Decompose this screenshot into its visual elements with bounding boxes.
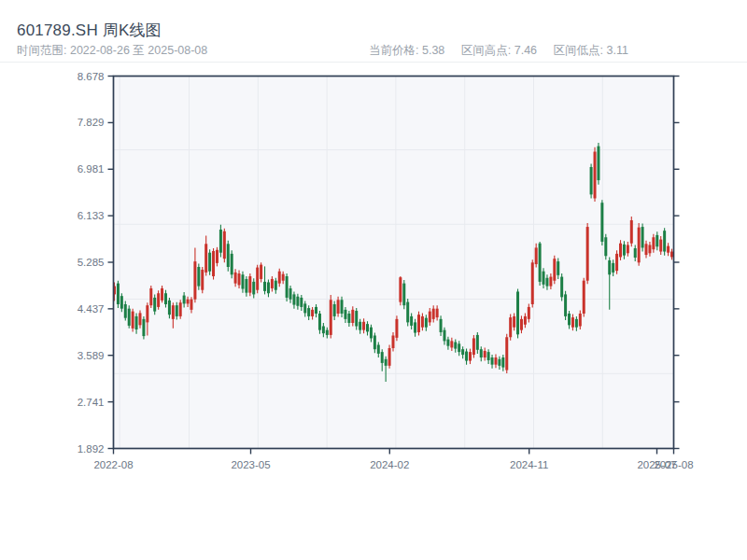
candle-body bbox=[197, 267, 200, 287]
candle-body bbox=[487, 352, 490, 360]
candle-body bbox=[351, 310, 354, 323]
candle-body bbox=[579, 314, 582, 327]
candle-body bbox=[531, 262, 534, 304]
candle-body bbox=[659, 240, 662, 252]
candle-body bbox=[146, 305, 148, 322]
candle-body bbox=[663, 231, 666, 251]
candle-body bbox=[216, 250, 218, 263]
candle-body bbox=[516, 291, 519, 334]
candle-body bbox=[149, 288, 152, 305]
candle-body bbox=[528, 307, 530, 319]
candle-body bbox=[124, 304, 127, 318]
candle-body bbox=[476, 335, 479, 350]
candle-body bbox=[183, 296, 186, 304]
candle-body bbox=[402, 284, 405, 306]
candle-body bbox=[630, 220, 633, 244]
candle-body bbox=[286, 276, 289, 298]
candle-body bbox=[120, 296, 123, 309]
candle-body bbox=[458, 343, 460, 352]
candle-body bbox=[231, 254, 233, 274]
candle-body bbox=[337, 300, 340, 314]
candle-body bbox=[385, 359, 388, 366]
candle-body bbox=[638, 228, 641, 263]
candle-body bbox=[472, 338, 475, 355]
y-tick-label: 6.133 bbox=[78, 210, 105, 221]
candle-body bbox=[395, 319, 398, 338]
y-tick-label: 2.741 bbox=[78, 397, 105, 408]
candle-body bbox=[465, 352, 468, 361]
candle-body bbox=[248, 276, 251, 293]
x-tick-label: 2023-05 bbox=[231, 459, 270, 470]
candle-body bbox=[440, 319, 443, 332]
candle-body bbox=[615, 254, 618, 271]
x-tick-label: 2022-08 bbox=[93, 459, 133, 470]
candle-body bbox=[425, 318, 428, 328]
candle-body bbox=[583, 281, 585, 314]
candle-body bbox=[446, 340, 449, 346]
y-tick-label: 4.437 bbox=[78, 303, 105, 315]
candle-body bbox=[539, 244, 542, 282]
candle-body bbox=[362, 322, 365, 330]
candle-body bbox=[374, 335, 376, 349]
y-tick-label: 1.892 bbox=[78, 443, 105, 455]
candle-body bbox=[414, 322, 416, 332]
candle-body bbox=[586, 227, 589, 281]
x-tick-label: 2024-02 bbox=[370, 459, 409, 470]
candle-body bbox=[505, 337, 508, 370]
candle-body bbox=[263, 282, 266, 291]
y-tick-label: 8.678 bbox=[78, 71, 105, 82]
candle-body bbox=[410, 316, 413, 326]
candle-body bbox=[190, 300, 192, 310]
candle-body bbox=[138, 313, 141, 325]
candle-body bbox=[535, 247, 538, 264]
candle-body bbox=[381, 352, 384, 363]
candle-body bbox=[560, 277, 563, 298]
candle-body bbox=[634, 248, 637, 258]
candle-body bbox=[179, 302, 182, 316]
candle-body bbox=[227, 244, 230, 267]
candle-body bbox=[296, 297, 299, 306]
candle-body bbox=[201, 270, 204, 290]
candle-body bbox=[594, 152, 597, 199]
candle-body bbox=[176, 305, 178, 316]
candle-body bbox=[256, 268, 259, 290]
candle-body bbox=[543, 272, 545, 285]
candle-body bbox=[648, 245, 651, 253]
candle-body bbox=[267, 282, 270, 293]
candle-body bbox=[645, 244, 648, 255]
candlestick-chart: 1.8922.7413.5894.4375.2856.1336.9817.829… bbox=[0, 0, 747, 560]
candle-body bbox=[278, 272, 281, 284]
candle-body bbox=[421, 316, 424, 328]
candle-body bbox=[142, 319, 145, 336]
candle-body bbox=[641, 227, 644, 247]
candle-body bbox=[355, 311, 358, 326]
candle-body bbox=[443, 330, 445, 342]
candle-body bbox=[600, 203, 603, 242]
candle-body bbox=[484, 351, 486, 357]
candle-body bbox=[128, 309, 131, 326]
candle-body bbox=[417, 315, 420, 332]
x-tick-label: 2025-08 bbox=[654, 459, 693, 470]
candle-body bbox=[623, 245, 626, 256]
candle-body bbox=[454, 343, 457, 349]
candle-body bbox=[392, 335, 395, 348]
candle-body bbox=[318, 314, 321, 330]
candle-body bbox=[135, 316, 138, 329]
candle-body bbox=[341, 300, 344, 314]
candle-body bbox=[498, 359, 500, 366]
candle-body bbox=[204, 244, 207, 273]
x-tick-label: 2024-11 bbox=[510, 459, 548, 470]
x-axis: 2022-082023-052024-022024-112025-072025-… bbox=[93, 449, 693, 470]
candle-body bbox=[252, 282, 255, 295]
candle-body bbox=[117, 284, 120, 304]
candle-body bbox=[557, 261, 559, 275]
candle-body bbox=[568, 314, 571, 325]
candle-body bbox=[608, 260, 611, 274]
candle-body bbox=[282, 274, 285, 281]
candle-body bbox=[619, 244, 622, 258]
candle-body bbox=[366, 324, 369, 331]
candle-body bbox=[524, 316, 527, 325]
candle-body bbox=[322, 326, 325, 333]
candle-body bbox=[575, 319, 578, 328]
candle-body bbox=[187, 300, 190, 304]
